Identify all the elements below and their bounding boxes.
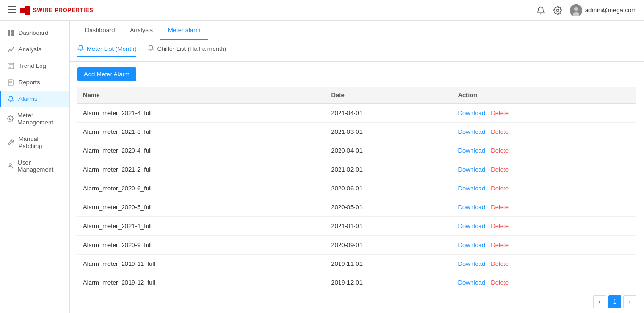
pagination-prev-button[interactable]: ‹ [593,295,606,308]
sidebar-item-trend-log[interactable]: Trend Log [0,58,69,74]
cell-name: Alarm_meter_2020-5_full [77,198,326,217]
meter-management-icon [7,115,14,122]
delete-button[interactable]: Delete [491,166,509,173]
chiller-list-icon [148,45,154,53]
cell-action: Download Delete [453,160,637,179]
cell-date: 2021-04-01 [326,104,453,123]
delete-button[interactable]: Delete [491,109,509,116]
cell-action: Download Delete [453,236,637,255]
sidebar-item-reports[interactable]: Reports [0,74,69,91]
sub-tab-chiller-list-half-month[interactable]: Chiller List (Half a month) [148,45,226,57]
svg-rect-9 [8,30,10,33]
col-header-name: Name [77,87,326,104]
add-meter-alarm-button[interactable]: Add Meter Alarm [77,67,136,81]
analysis-icon [7,46,15,53]
user-management-icon [7,163,14,169]
download-button[interactable]: Download [458,260,486,267]
tab-analysis[interactable]: Analysis [123,21,160,40]
table-row: Alarm_meter_2020-4_full2020-04-01 Downlo… [77,141,636,160]
svg-rect-17 [8,80,13,85]
sidebar-label-manual-patching: Manual Patching [18,135,64,149]
user-menu[interactable]: admin@mega.com [570,4,636,16]
pagination-page-1-button[interactable]: 1 [608,295,621,308]
download-button[interactable]: Download [458,241,486,248]
cell-action: Download Delete [453,104,637,123]
reports-icon [7,79,15,86]
delete-button[interactable]: Delete [491,185,509,192]
download-button[interactable]: Download [458,222,486,230]
cell-name: Alarm_meter_2020-6_full [77,179,326,198]
svg-rect-0 [8,6,16,7]
sidebar-label-user-management: User Management [18,159,64,173]
cell-name: Alarm_meter_2020-9_full [77,236,326,255]
user-name: admin@mega.com [585,7,636,14]
add-btn-area: Add Meter Alarm [70,62,644,87]
cell-date: 2021-03-01 [326,123,453,141]
sub-tab-bar: Meter List (Month) Chiller List (Half a … [70,40,644,62]
cell-date: 2019-11-01 [326,255,453,273]
pagination-next-button[interactable]: › [623,295,636,308]
download-button[interactable]: Download [458,128,486,135]
sidebar-label-reports: Reports [18,79,40,86]
cell-name: Alarm_meter_2021-4_full [77,104,326,123]
alarms-icon [7,96,15,102]
download-button[interactable]: Download [458,166,486,173]
svg-point-7 [574,7,578,11]
sidebar-item-meter-management[interactable]: Meter Management [0,107,69,131]
delete-button[interactable]: Delete [491,204,509,211]
delete-button[interactable]: Delete [491,279,509,286]
sidebar-item-dashboard[interactable]: Dashboard [0,25,69,41]
table-row: Alarm_meter_2021-3_full2021-03-01 Downlo… [77,123,636,141]
svg-rect-3 [20,8,25,13]
bell-icon[interactable] [536,6,545,15]
svg-rect-11 [8,33,10,36]
cell-name: Alarm_meter_2021-1_full [77,217,326,236]
content-area: Dashboard Analysis Meter alarm Meter Lis… [70,21,644,313]
cell-date: 2019-12-01 [326,273,453,290]
table-area: Name Date Action Alarm_meter_2021-4_full… [70,87,644,290]
svg-rect-12 [11,33,14,36]
meter-list-icon [77,45,84,53]
header-right: admin@mega.com [536,4,636,16]
cell-action: Download Delete [453,123,637,141]
svg-rect-2 [8,12,16,13]
svg-rect-10 [11,30,14,33]
top-header: SWIRE PROPERTIES admin@mega.c [0,0,644,21]
col-header-action: Action [453,87,637,104]
download-button[interactable]: Download [458,185,486,192]
table-row: Alarm_meter_2021-1_full2021-01-01 Downlo… [77,217,636,236]
sub-tab-meter-list-month[interactable]: Meter List (Month) [77,45,136,57]
table-row: Alarm_meter_2020-9_full2020-09-01 Downlo… [77,236,636,255]
delete-button[interactable]: Delete [491,260,509,267]
delete-button[interactable]: Delete [491,222,509,230]
table-row: Alarm_meter_2019-11_full2019-11-01 Downl… [77,255,636,273]
sidebar-label-dashboard: Dashboard [18,29,49,36]
tab-dashboard[interactable]: Dashboard [77,21,123,40]
download-button[interactable]: Download [458,147,486,154]
download-button[interactable]: Download [458,109,486,116]
tab-meter-alarm[interactable]: Meter alarm [160,21,208,40]
hamburger-icon[interactable] [8,5,16,15]
tab-bar: Dashboard Analysis Meter alarm [70,21,644,40]
logo-text: SWIRE PROPERTIES [33,7,93,14]
delete-button[interactable]: Delete [491,128,509,135]
svg-point-21 [9,164,12,166]
download-button[interactable]: Download [458,279,486,286]
cell-action: Download Delete [453,255,637,273]
delete-button[interactable]: Delete [491,147,509,154]
gear-icon[interactable] [553,6,562,15]
logo-icon [20,6,30,15]
svg-rect-4 [25,6,30,15]
download-button[interactable]: Download [458,204,486,211]
cell-date: 2020-05-01 [326,198,453,217]
sidebar-item-alarms[interactable]: Alarms [0,91,69,107]
sidebar-item-user-management[interactable]: User Management [0,154,69,178]
sidebar-item-analysis[interactable]: Analysis [0,41,69,58]
cell-name: Alarm_meter_2019-12_full [77,273,326,290]
delete-button[interactable]: Delete [491,241,509,248]
cell-action: Download Delete [453,273,637,290]
cell-action: Download Delete [453,217,637,236]
cell-action: Download Delete [453,179,637,198]
table-row: Alarm_meter_2021-4_full2021-04-01 Downlo… [77,104,636,123]
sidebar-item-manual-patching[interactable]: Manual Patching [0,131,69,154]
